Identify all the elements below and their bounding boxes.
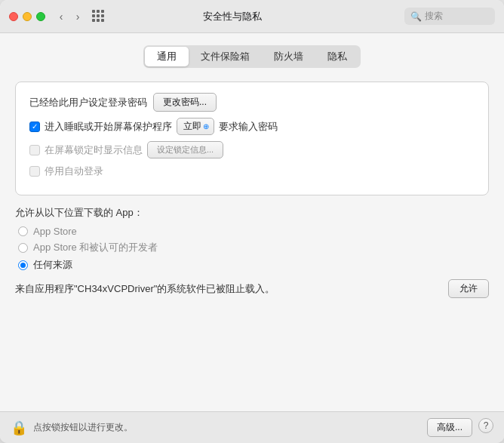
lock-icon[interactable]: 🔒 — [11, 420, 27, 436]
advanced-button[interactable]: 高级... — [427, 418, 472, 437]
minimize-button[interactable] — [23, 12, 32, 21]
close-button[interactable] — [9, 12, 18, 21]
radio-appstore-label: App Store — [33, 226, 77, 237]
lock-message-checkbox[interactable] — [29, 145, 40, 155]
tab-firewall[interactable]: 防火墙 — [262, 47, 315, 66]
password-label: 已经给此用户设定登录密码 — [29, 96, 147, 109]
tab-privacy[interactable]: 隐私 — [315, 47, 359, 66]
autologin-label: 停用自动登录 — [45, 165, 103, 178]
radio-appstore-dev-label: App Store 和被认可的开发者 — [33, 241, 158, 254]
sleep-dropdown[interactable]: 立即 ⊕ — [177, 118, 214, 135]
password-row: 已经给此用户设定登录密码 更改密码... — [29, 93, 475, 112]
tabs-container: 通用 文件保险箱 防火墙 隐私 — [143, 45, 361, 68]
content-area: 通用 文件保险箱 防火墙 隐私 已经给此用户设定登录密码 更改密码... 进入睡… — [0, 33, 504, 411]
autologin-row: 停用自动登录 — [29, 165, 475, 178]
help-button[interactable]: ? — [478, 418, 493, 433]
sleep-checkbox[interactable] — [29, 122, 40, 132]
zoom-button[interactable] — [36, 12, 45, 21]
radio-anywhere[interactable] — [18, 260, 28, 270]
search-placeholder: 搜索 — [425, 10, 443, 23]
radio-appstore[interactable] — [18, 226, 28, 236]
sleep-dropdown-value: 立即 — [183, 120, 201, 133]
autologin-checkbox[interactable] — [29, 166, 40, 177]
footer-right: 高级... ? — [427, 418, 493, 437]
tabs-row: 通用 文件保险箱 防火墙 隐私 — [15, 45, 489, 68]
downloads-section: 允许从以下位置下载的 App： App Store App Store 和被认可… — [15, 206, 489, 298]
lock-message-label: 在屏幕锁定时显示信息 — [45, 143, 143, 157]
sleep-checkbox-row: 进入睡眠或开始屏幕保护程序 立即 ⊕ 要求输入密码 — [29, 118, 475, 135]
dropdown-arrow-icon: ⊕ — [203, 122, 209, 131]
sleep-label: 进入睡眠或开始屏幕保护程序 — [45, 120, 172, 134]
radio-appstore-row: App Store — [18, 226, 489, 237]
allow-button[interactable]: 允许 — [448, 279, 489, 298]
window: ‹ › 安全性与隐私 🔍 搜索 通用 文件保险箱 防火墙 隐私 已 — [0, 0, 504, 443]
radio-appstore-dev[interactable] — [18, 243, 28, 253]
footer: 🔒 点按锁按钮以进行更改。 高级... ? — [0, 411, 504, 443]
footer-lock-text: 点按锁按钮以进行更改。 — [33, 421, 421, 434]
allow-label: 允许从以下位置下载的 App： — [15, 206, 489, 220]
tab-general[interactable]: 通用 — [145, 47, 189, 66]
set-lock-message-button[interactable]: 设定锁定信息... — [147, 141, 223, 158]
change-password-button[interactable]: 更改密码... — [153, 93, 217, 112]
search-icon: 🔍 — [410, 11, 422, 22]
password-section: 已经给此用户设定登录密码 更改密码... 进入睡眠或开始屏幕保护程序 立即 ⊕ … — [15, 82, 489, 195]
window-title: 安全性与隐私 — [66, 10, 398, 23]
radio-group: App Store App Store 和被认可的开发者 任何来源 — [18, 226, 489, 272]
require-password-label: 要求输入密码 — [219, 120, 278, 134]
titlebar: ‹ › 安全性与隐私 🔍 搜索 — [0, 0, 504, 33]
radio-appstore-dev-row: App Store 和被认可的开发者 — [18, 241, 489, 254]
traffic-lights — [9, 12, 45, 21]
search-box[interactable]: 🔍 搜索 — [404, 8, 495, 25]
radio-anywhere-row: 任何来源 — [18, 258, 489, 272]
tab-filevault[interactable]: 文件保险箱 — [189, 47, 262, 66]
radio-anywhere-label: 任何来源 — [33, 258, 72, 272]
blocked-text: 来自应用程序"CH34xVCPDriver"的系统软件已被阻止载入。 — [15, 282, 441, 296]
blocked-row: 来自应用程序"CH34xVCPDriver"的系统软件已被阻止载入。 允许 — [15, 279, 489, 298]
lock-message-row: 在屏幕锁定时显示信息 设定锁定信息... — [29, 141, 475, 158]
